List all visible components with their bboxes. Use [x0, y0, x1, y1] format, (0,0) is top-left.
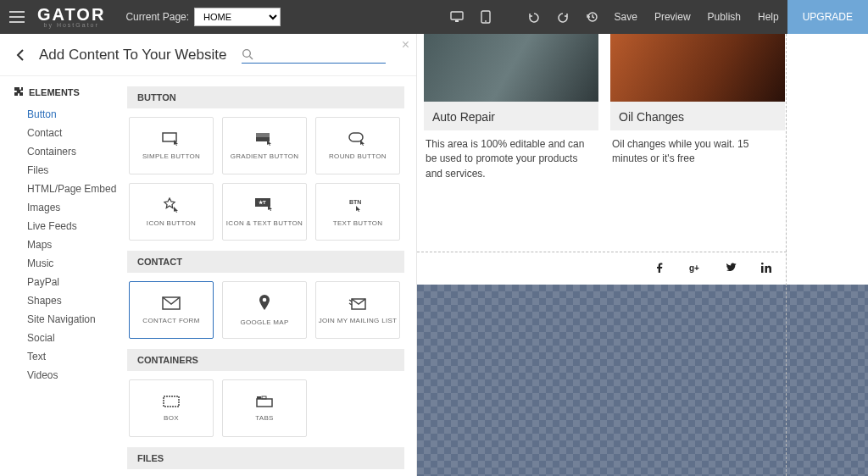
page-select[interactable]: HOME: [194, 8, 281, 26]
category-item-html[interactable]: HTML/Page Embed: [27, 180, 124, 198]
help-button[interactable]: Help: [749, 0, 787, 34]
save-button[interactable]: Save: [606, 0, 646, 34]
category-item-paypal[interactable]: PayPal: [27, 273, 124, 291]
publish-button[interactable]: Publish: [699, 0, 749, 34]
svg-point-23: [761, 263, 764, 265]
redo-icon[interactable]: [548, 0, 577, 34]
card-oil-changes[interactable]: Oil Changes Oil changes while you wait. …: [610, 34, 785, 181]
svg-rect-20: [262, 396, 266, 399]
card-image: [610, 34, 785, 102]
desktop-view-icon[interactable]: [442, 0, 472, 34]
card-image: [424, 34, 598, 102]
category-header: ELEMENTS: [12, 86, 124, 98]
category-item-shapes[interactable]: Shapes: [27, 291, 124, 310]
category-item-button[interactable]: Button: [27, 105, 124, 124]
category-item-sitenav[interactable]: Site Navigation: [27, 310, 124, 329]
upgrade-button[interactable]: UPGRADE: [787, 0, 868, 34]
search-icon: [242, 48, 253, 60]
svg-text:★T: ★T: [259, 200, 266, 205]
category-item-maps[interactable]: Maps: [27, 235, 124, 254]
tile-google-map[interactable]: GOOGLE MAP: [222, 281, 307, 339]
svg-line-6: [250, 56, 253, 59]
tile-simple-button[interactable]: SIMPLE BUTTON: [129, 117, 214, 174]
svg-rect-7: [163, 133, 176, 141]
svg-rect-9: [256, 133, 270, 137]
mobile-view-icon[interactable]: [472, 0, 499, 34]
category-item-images[interactable]: Images: [27, 198, 124, 217]
svg-rect-1: [455, 20, 459, 22]
category-item-social[interactable]: Social: [27, 329, 124, 347]
tile-gradient-button[interactable]: GRADIENT BUTTON: [222, 117, 307, 174]
dashed-divider: [417, 188, 787, 252]
category-list: ELEMENTS Button Contact Containers Files…: [0, 76, 127, 476]
svg-rect-10: [349, 133, 363, 141]
tile-mailing-list[interactable]: JOIN MY MAILING LIST: [315, 281, 400, 339]
tile-box[interactable]: BOX: [129, 379, 214, 437]
svg-point-5: [243, 49, 251, 57]
card-title: Auto Repair: [432, 110, 590, 124]
back-icon[interactable]: [14, 47, 29, 63]
category-item-livefeeds[interactable]: Live Feeds: [27, 217, 124, 235]
section-containers: CONTAINERS: [127, 349, 404, 371]
svg-point-3: [485, 20, 487, 22]
svg-text:g+: g+: [689, 263, 699, 273]
googleplus-icon[interactable]: g+: [688, 261, 702, 274]
svg-text:BTN: BTN: [349, 199, 361, 205]
tile-round-button[interactable]: ROUND BUTTON: [315, 117, 400, 174]
topbar: GATOR by HostGator Current Page: HOME Sa…: [0, 0, 868, 34]
linkedin-icon[interactable]: [760, 261, 773, 274]
panel-title: Add Content To Your Website: [39, 47, 226, 64]
category-item-files[interactable]: Files: [27, 161, 124, 180]
tile-contact-form[interactable]: CONTACT FORM: [129, 281, 214, 339]
svg-rect-19: [257, 396, 261, 399]
svg-rect-17: [164, 396, 179, 407]
undo-icon[interactable]: [520, 0, 548, 34]
svg-point-15: [263, 297, 267, 302]
twitter-icon[interactable]: [724, 261, 737, 274]
svg-rect-18: [257, 399, 272, 407]
category-item-music[interactable]: Music: [27, 254, 124, 273]
tile-icon-text-button[interactable]: ★T ICON & TEXT BUTTON: [222, 183, 307, 241]
tile-text-button[interactable]: BTN TEXT BUTTON: [315, 183, 400, 241]
site-canvas[interactable]: Auto Repair This area is 100% editable a…: [417, 34, 868, 476]
history-icon[interactable]: [577, 0, 606, 34]
category-item-contact[interactable]: Contact: [27, 124, 124, 142]
preview-button[interactable]: Preview: [646, 0, 699, 34]
tile-icon-button[interactable]: ICON BUTTON: [129, 183, 214, 241]
category-item-text[interactable]: Text: [27, 347, 124, 366]
add-content-panel: Add Content To Your Website × ELEMENTS B…: [0, 34, 417, 476]
tile-tabs[interactable]: TABS: [222, 379, 307, 437]
elements-grid: BUTTON SIMPLE BUTTON GRADIENT BUTTON ROU…: [127, 76, 416, 476]
brand-logo: GATOR by HostGator: [37, 7, 105, 28]
brand-name: GATOR: [37, 7, 105, 22]
puzzle-icon: [12, 86, 24, 98]
menu-toggle[interactable]: [0, 0, 34, 34]
current-page-label: Current Page:: [125, 11, 189, 23]
category-item-videos[interactable]: Videos: [27, 366, 124, 385]
section-contact: CONTACT: [127, 251, 404, 273]
category-item-containers[interactable]: Containers: [27, 142, 124, 161]
close-icon[interactable]: ×: [402, 37, 409, 53]
card-text: This area is 100% editable and can be us…: [424, 130, 598, 181]
search-input[interactable]: [242, 47, 386, 64]
section-button: BUTTON: [127, 86, 404, 108]
canvas-checker: [417, 285, 868, 476]
svg-rect-22: [761, 266, 764, 273]
card-auto-repair[interactable]: Auto Repair This area is 100% editable a…: [424, 34, 598, 181]
panel-header: Add Content To Your Website ×: [0, 34, 416, 76]
brand-subtitle: by HostGator: [44, 22, 99, 28]
facebook-icon[interactable]: [653, 261, 666, 274]
vertical-guide: [786, 34, 787, 476]
section-files: FILES: [127, 447, 404, 469]
card-text: Oil changes while you wait. 15 minutes o…: [610, 130, 785, 167]
card-title: Oil Changes: [619, 110, 776, 124]
svg-rect-0: [451, 12, 463, 19]
